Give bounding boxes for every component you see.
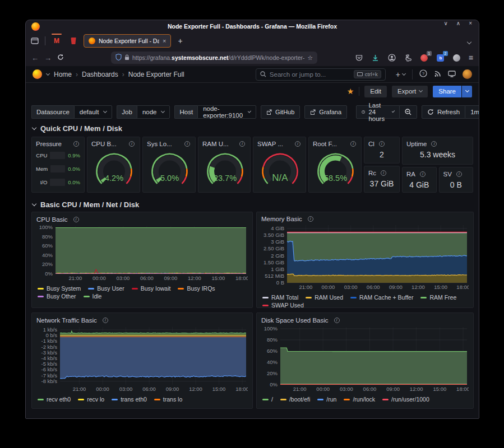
pinned-tab-gmail[interactable]: M [50, 34, 63, 48]
extension-blue-icon[interactable]: b 2 [436, 53, 445, 62]
legend-item[interactable]: Busy User [88, 285, 124, 292]
chart-plot-area[interactable]: 0%20%40%60%80%100%21:0000:0003:0006:0009… [36, 224, 248, 282]
active-tab[interactable]: Node Exporter Full - Dashbo × [84, 34, 171, 48]
bookmark-star-icon[interactable]: ☆ [307, 54, 313, 62]
info-icon[interactable]: i [73, 217, 79, 222]
share-button[interactable]: Share [433, 86, 461, 97]
legend-item[interactable]: /run/lock [344, 396, 375, 403]
info-icon[interactable]: i [239, 141, 245, 147]
grafana-link-button[interactable]: Grafana [304, 105, 347, 119]
panel-header[interactable]: SVi [443, 170, 469, 178]
share-dropdown-button[interactable] [462, 86, 472, 97]
extension-red-icon[interactable]: 1 [420, 53, 429, 62]
panel-header[interactable]: CPU Basici [36, 216, 248, 223]
info-icon[interactable]: i [103, 318, 108, 323]
info-icon[interactable]: i [350, 141, 356, 147]
pinned-tab-red-app[interactable] [67, 34, 80, 48]
panel-header[interactable]: Uptimei [406, 140, 469, 148]
panel-header[interactable]: RAM U...i [202, 140, 246, 148]
panel-header[interactable]: Disk Space Used Basici [261, 316, 469, 324]
legend-item[interactable]: RAM Used [306, 294, 343, 301]
variable-value-dropdown[interactable]: default [74, 105, 113, 119]
legend-item[interactable]: Busy Other [38, 293, 76, 300]
reload-button[interactable] [57, 53, 64, 63]
breadcrumb-item-home[interactable]: Home [54, 71, 72, 78]
edit-button[interactable]: Edit [364, 86, 387, 97]
variable-value-dropdown[interactable]: node [137, 105, 170, 119]
new-dashboard-button[interactable]: + [396, 70, 405, 79]
firefox-view-button[interactable] [29, 36, 40, 46]
legend-item[interactable]: trans lo [154, 396, 182, 403]
zoom-out-button[interactable] [400, 105, 417, 119]
new-tab-button[interactable]: + [174, 36, 186, 45]
info-icon[interactable]: i [420, 171, 426, 177]
chart-plot-area[interactable]: 0%20%40%60%80%100%21:0000:0003:0006:0009… [261, 325, 469, 393]
news-rss-icon[interactable] [434, 69, 441, 80]
legend-item[interactable]: Idle [84, 293, 102, 300]
panel-header[interactable]: Rci [368, 169, 395, 177]
panel-header[interactable]: Root F...i [313, 140, 357, 148]
variable-value-dropdown[interactable]: node-exporter:9100 [197, 105, 256, 119]
account-icon[interactable] [387, 53, 396, 62]
legend-item[interactable]: / [262, 396, 273, 403]
pocket-icon[interactable] [355, 53, 364, 62]
list-all-tabs-button[interactable] [468, 36, 475, 46]
info-icon[interactable]: i [381, 170, 386, 176]
refresh-interval-dropdown[interactable]: 1m [465, 105, 479, 119]
kiosk-monitor-icon[interactable] [448, 69, 456, 80]
section-row-basic[interactable]: Basic CPU / Mem / Net / Disk [31, 197, 473, 212]
grafana-logo-icon[interactable] [33, 69, 42, 79]
tracking-shield-icon[interactable] [115, 53, 122, 63]
panel-header[interactable]: Network Traffic Basici [36, 316, 248, 324]
section-row-quick[interactable]: Quick CPU / Mem / Disk [31, 121, 473, 136]
window-maximize-icon[interactable]: ∧ [456, 20, 460, 26]
tab-close-button[interactable]: × [163, 38, 166, 44]
github-link-button[interactable]: GitHub [261, 105, 300, 119]
panel-header[interactable]: Pressure i [36, 140, 80, 148]
hamburger-menu-icon[interactable]: ≡ [469, 53, 473, 62]
info-icon[interactable]: i [295, 141, 300, 147]
info-icon[interactable]: i [129, 141, 135, 147]
window-close-icon[interactable]: × [469, 20, 472, 26]
legend-item[interactable]: recv lo [78, 396, 104, 403]
legend-item[interactable]: recv eth0 [38, 396, 71, 403]
export-button[interactable]: Export [392, 86, 428, 97]
legend-item[interactable]: Busy Iowait [132, 285, 171, 292]
downloads-icon[interactable] [371, 53, 380, 62]
favorite-star-icon[interactable]: ★ [347, 87, 354, 96]
chart-container[interactable]: 1 kb/s0 b/s-1 kb/s-2 kb/s-3 kb/s-4 kb/s-… [36, 325, 248, 395]
breadcrumb-item-node-exporter-full[interactable]: Node Exporter Full [128, 71, 184, 78]
user-avatar[interactable] [463, 69, 472, 79]
panel-header[interactable]: Sys Lo...i [147, 140, 191, 148]
panel-header[interactable]: RAi [406, 170, 432, 178]
info-icon[interactable]: i [456, 171, 462, 177]
legend-item[interactable]: /run/user/1000 [382, 396, 429, 403]
chart-plot-area[interactable]: 0 B512 MiB1 GiB1.50 GiB2 GiB2.50 GiB3 Gi… [261, 223, 469, 291]
legend-item[interactable]: Busy IRQs [178, 285, 215, 292]
window-titlebar[interactable]: Node Exporter Full - Dashboards - Grafan… [26, 20, 479, 32]
extensions-puzzle-icon[interactable] [404, 53, 413, 62]
legend-item[interactable]: SWAP Used [262, 302, 304, 308]
help-icon[interactable]: ? [419, 69, 427, 80]
info-icon[interactable]: i [308, 216, 313, 222]
legend-item[interactable]: RAM Total [262, 294, 298, 301]
url-bar[interactable]: https://grafana.systemsobscure.net/d/rYd… [111, 52, 317, 64]
chart-container[interactable]: 0 B512 MiB1 GiB1.50 GiB2 GiB2.50 GiB3 Gi… [261, 223, 469, 293]
panel-header[interactable]: SWAP ...i [257, 140, 302, 148]
chart-container[interactable]: 0%20%40%60%80%100%21:0000:0003:0006:0009… [36, 224, 248, 284]
time-range-picker[interactable]: Last 24 hours [356, 105, 400, 119]
info-icon[interactable]: i [184, 141, 190, 147]
legend-item[interactable]: /run [317, 396, 336, 403]
back-button[interactable]: ← [31, 54, 39, 62]
chart-container[interactable]: 0%20%40%60%80%100%21:0000:0003:0006:0009… [261, 325, 469, 395]
forward-button[interactable]: → [44, 54, 52, 62]
legend-item[interactable]: /boot/efi [280, 396, 310, 403]
panel-header[interactable]: Memory Basici [261, 216, 469, 222]
lock-icon[interactable] [124, 53, 130, 63]
info-icon[interactable]: i [379, 141, 385, 147]
legend-item[interactable]: RAM Cache + Buffer [350, 294, 413, 301]
chart-plot-area[interactable]: 1 kb/s0 b/s-1 kb/s-2 kb/s-3 kb/s-4 kb/s-… [36, 325, 248, 393]
refresh-button[interactable]: Refresh [422, 105, 465, 119]
search-input[interactable]: Search or jump to... ctrl+k [256, 68, 386, 81]
panel-header[interactable]: CPU B...i [91, 140, 136, 148]
